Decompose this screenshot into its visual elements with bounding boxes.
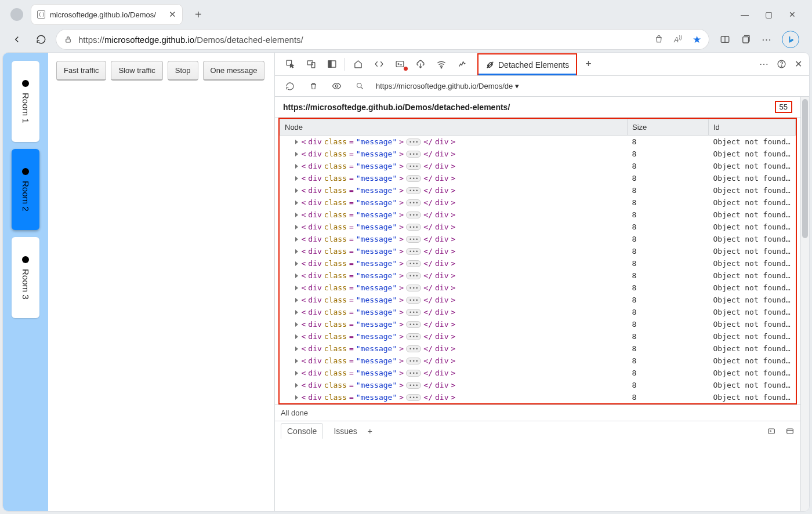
maximize-icon[interactable]: ▢: [765, 10, 773, 19]
room-tab[interactable]: Room 1: [12, 61, 39, 142]
search-icon[interactable]: [349, 78, 370, 95]
address-bar[interactable]: https://microsoftedge.github.io/Demos/de…: [56, 29, 709, 50]
table-row[interactable]: <div class="message">•••</div>8Object no…: [280, 160, 796, 172]
table-row[interactable]: <div class="message">•••</div>8Object no…: [280, 391, 796, 403]
detached-table: Node Size Id <div class="message">•••</d…: [280, 119, 796, 403]
col-size[interactable]: Size: [628, 119, 709, 136]
table-row[interactable]: <div class="message">•••</div>8Object no…: [280, 269, 796, 282]
traffic-button[interactable]: Fast traffic: [56, 61, 106, 81]
page-icon: [37, 10, 45, 19]
table-row[interactable]: <div class="message">•••</div>8Object no…: [280, 148, 796, 160]
refresh-detached-icon[interactable]: [280, 78, 300, 95]
sources-tab-icon[interactable]: [410, 56, 431, 73]
svg-rect-18: [787, 429, 793, 433]
back-button[interactable]: [7, 30, 27, 49]
table-row[interactable]: <div class="message">•••</div>8Object no…: [280, 233, 796, 245]
detached-toolbar: https://microsoftedge.github.io/Demos/de…: [275, 76, 809, 97]
shopping-icon[interactable]: [654, 35, 664, 44]
minimize-icon[interactable]: —: [741, 10, 749, 19]
favorite-icon[interactable]: ★: [693, 34, 701, 46]
table-row[interactable]: <div class="message">•••</div>8Object no…: [280, 294, 796, 306]
read-aloud-icon[interactable]: A)): [674, 35, 682, 44]
traffic-button[interactable]: Slow traffic: [111, 61, 162, 81]
more-menu-icon[interactable]: ⋯: [762, 34, 771, 46]
svg-rect-9: [396, 61, 404, 67]
new-tab-button[interactable]: +: [190, 8, 206, 21]
table-row[interactable]: <div class="message">•••</div>8Object no…: [280, 282, 796, 294]
svg-rect-5: [307, 61, 313, 65]
drawer-issues-tab[interactable]: Issues: [334, 426, 357, 436]
table-row[interactable]: <div class="message">•••</div>8Object no…: [280, 172, 796, 184]
devtools-tabbar: Detached Elements + ⋯ ✕: [275, 53, 809, 76]
tab-title: microsoftedge.github.io/Demos/: [50, 10, 164, 19]
table-row[interactable]: <div class="message">•••</div>8Object no…: [280, 342, 796, 355]
col-id[interactable]: Id: [709, 119, 796, 136]
table-row[interactable]: <div class="message">•••</div>8Object no…: [280, 318, 796, 330]
site-info-icon[interactable]: [64, 35, 72, 44]
drawer-add-tab[interactable]: +: [368, 426, 372, 436]
collections-icon[interactable]: [741, 34, 751, 45]
table-row[interactable]: <div class="message">•••</div>8Object no…: [280, 330, 796, 342]
drawer-icon-2[interactable]: [785, 426, 795, 436]
table-row[interactable]: <div class="message">•••</div>8Object no…: [280, 184, 796, 196]
svg-rect-8: [328, 61, 331, 67]
scrollbar[interactable]: [800, 97, 809, 511]
devtools-tab-label: Detached Elements: [498, 60, 569, 70]
table-row[interactable]: <div class="message">•••</div>8Object no…: [280, 355, 796, 367]
rooms-sidebar: Room 1Room 2Room 3: [3, 53, 48, 511]
status-bar: All done: [275, 404, 800, 421]
devtools-close-icon[interactable]: ✕: [795, 59, 802, 70]
welcome-tab-icon[interactable]: [347, 56, 368, 73]
browser-tab[interactable]: microsoftedge.github.io/Demos/ ✕: [31, 5, 182, 24]
svg-point-14: [335, 85, 338, 87]
eye-icon[interactable]: [326, 78, 347, 95]
refresh-button[interactable]: [31, 30, 51, 49]
table-row[interactable]: <div class="message">•••</div>8Object no…: [280, 245, 796, 257]
drawer-tabs: Console Issues +: [275, 421, 800, 440]
svg-rect-0: [66, 39, 71, 42]
col-node[interactable]: Node: [280, 119, 628, 136]
detached-count: 55: [775, 101, 792, 113]
table-row[interactable]: <div class="message">•••</div>8Object no…: [280, 257, 796, 269]
tab-close-icon[interactable]: ✕: [169, 9, 176, 20]
table-row[interactable]: <div class="message">•••</div>8Object no…: [280, 367, 796, 379]
room-tab[interactable]: Room 3: [12, 237, 39, 318]
room-tab[interactable]: Room 2: [12, 149, 39, 230]
traffic-controls: Fast trafficSlow trafficStopOne message: [48, 53, 274, 511]
device-toolbar-icon[interactable]: [300, 56, 321, 73]
table-row[interactable]: <div class="message">•••</div>8Object no…: [280, 306, 796, 318]
performance-tab-icon[interactable]: [452, 56, 473, 73]
traffic-button[interactable]: Stop: [168, 61, 198, 81]
svg-point-13: [781, 65, 782, 66]
delete-icon[interactable]: [303, 78, 324, 95]
console-tab-icon[interactable]: [389, 56, 410, 73]
titlebar: microsoftedge.github.io/Demos/ ✕ + — ▢ ✕: [2, 2, 810, 27]
profile-avatar[interactable]: [10, 8, 23, 21]
svg-line-16: [361, 87, 362, 89]
more-tabs-button[interactable]: +: [581, 58, 596, 70]
svg-point-15: [357, 83, 361, 88]
traffic-button[interactable]: One message: [203, 61, 265, 81]
devtools-help-icon[interactable]: [777, 59, 786, 69]
network-tab-icon[interactable]: [431, 56, 452, 73]
table-row[interactable]: <div class="message">•••</div>8Object no…: [280, 196, 796, 209]
drawer-icon-1[interactable]: [767, 426, 776, 436]
inspect-element-icon[interactable]: [280, 56, 300, 73]
bing-chat-icon[interactable]: [782, 31, 799, 48]
table-row[interactable]: <div class="message">•••</div>8Object no…: [280, 136, 796, 148]
detached-elements-tab[interactable]: Detached Elements: [477, 53, 577, 75]
page-content: Room 1Room 2Room 3 Fast trafficSlow traf…: [3, 53, 274, 511]
origin-dropdown[interactable]: https://microsoftedge.github.io/Demos/de…: [376, 82, 519, 90]
drawer-console-tab[interactable]: Console: [281, 423, 323, 439]
devtools-settings-icon[interactable]: ⋯: [759, 59, 768, 70]
elements-tab-icon[interactable]: [368, 56, 389, 73]
close-window-icon[interactable]: ✕: [789, 10, 796, 19]
split-screen-icon[interactable]: [720, 34, 730, 45]
table-row[interactable]: <div class="message">•••</div>8Object no…: [280, 209, 796, 221]
dock-side-icon[interactable]: [321, 56, 342, 73]
devtools-panel: Detached Elements + ⋯ ✕ https://microsof…: [274, 53, 809, 511]
table-row[interactable]: <div class="message">•••</div>8Object no…: [280, 379, 796, 391]
table-row[interactable]: <div class="message">•••</div>8Object no…: [280, 221, 796, 233]
status-text: All done: [281, 409, 308, 417]
window-controls: — ▢ ✕: [741, 10, 806, 19]
